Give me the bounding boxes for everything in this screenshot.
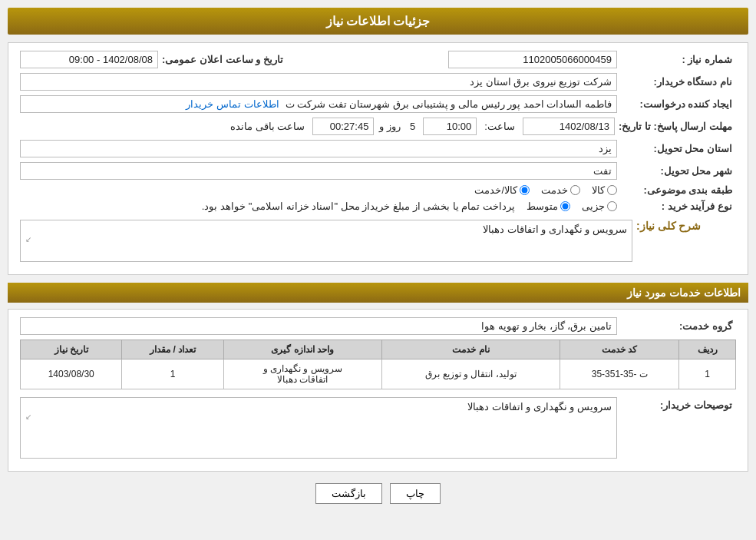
grohe-row: گروه خدمت: تامین برق، گاز، بخار و تهویه … — [20, 317, 736, 335]
cell-name: تولید، انتقال و توزیع برق — [381, 359, 560, 389]
resize-anchor: ↙ — [25, 235, 627, 243]
purchase-label: نوع فرآیند خرید : — [621, 200, 736, 212]
table-row: 1 ت -35-351-35 تولید، انتقال و توزیع برق… — [21, 359, 736, 389]
tosif-row: توصیحات خریدار: سرویس و نگهداری و اتفاقا… — [20, 397, 736, 459]
cell-unit: سرویس و نگهداری واتفاقات دهبالا — [223, 359, 381, 389]
purchase-jozii-item: جزیی — [582, 200, 617, 212]
sharh-container: سرویس و نگهداری و اتفاقات دهبالا ↙ — [20, 220, 632, 262]
tabaqe-row: طبقه بندی موضوعی: کالا خدمت کالا/خدمت — [20, 184, 736, 196]
purchase-motavasset-label: متوسط — [527, 200, 558, 212]
tabaqe-kala-khadamat-label: کالا/خدمت — [474, 184, 517, 196]
cell-radif: 1 — [679, 359, 736, 389]
sharh-row: شرح کلی نیاز: سرویس و نگهداری و اتفاقات … — [20, 220, 736, 262]
services-table: ردیف کد خدمت نام خدمت واحد اندازه گیری ت… — [20, 340, 736, 389]
ijad-text: فاطمه السادات احمد پور رئیس مالی و پشتیب… — [286, 98, 612, 110]
dastgah-label: نام دستگاه خریدار: — [621, 76, 736, 88]
mohlat-date: 1402/08/13 — [523, 118, 615, 135]
buttons-row: چاپ بازگشت — [8, 483, 748, 504]
ijad-value: فاطمه السادات احمد پور رئیس مالی و پشتیب… — [20, 95, 617, 113]
tabaqe-kala-khadamat-item: کالا/خدمت — [474, 184, 530, 196]
tosif-label: توصیحات خریدار: — [621, 397, 736, 411]
rooz-value: 5 — [406, 121, 419, 132]
col-name: نام خدمت — [381, 340, 560, 359]
purchase-jozii-radio[interactable] — [607, 201, 617, 211]
purchase-motavasset-item: متوسط — [527, 200, 570, 212]
tabaqe-kala-khadamat-radio[interactable] — [520, 185, 530, 195]
shahr-label: شهر محل تحویل: — [621, 165, 736, 177]
col-unit: واحد اندازه گیری — [223, 340, 381, 359]
page-title: جزئیات اطلاعات نیاز — [326, 15, 431, 28]
saat-remaining-label: ساعت باقی مانده — [226, 121, 309, 132]
tabaqe-khadamat-radio[interactable] — [570, 185, 580, 195]
mohlat-row: مهلت ارسال پاسخ: تا تاریخ: 1402/08/13 سا… — [20, 118, 736, 135]
back-button[interactable]: بازگشت — [315, 483, 382, 504]
cell-code: ت -35-351-35 — [560, 359, 679, 389]
tabaqe-khadamat-item: خدمت — [541, 184, 580, 196]
services-section-title: اطلاعات خدمات مورد نیاز — [8, 283, 748, 303]
shomara-tarikh-row: شماره نیاز : 1102005066000459 تاریخ و سا… — [20, 51, 736, 68]
dastgah-value: شرکت توزیع نیروی برق استان یزد — [20, 73, 617, 91]
ostan-label: استان محل تحویل: — [621, 143, 736, 154]
shomara-label: شماره نیاز : — [621, 54, 736, 65]
purchase-radios: جزیی متوسط پرداخت تمام یا بخشی از مبلغ خ… — [202, 200, 617, 212]
purchase-row: نوع فرآیند خرید : جزیی متوسط پرداخت تمام… — [20, 200, 736, 212]
cell-date: 1403/08/30 — [21, 359, 122, 389]
ostan-row: استان محل تحویل: یزد — [20, 140, 736, 157]
ijad-link[interactable]: اطلاعات تماس خریدار — [186, 98, 279, 110]
shahr-row: شهر محل تحویل: تفت — [20, 162, 736, 180]
shomara-value: 1102005066000459 — [448, 51, 617, 68]
col-radif: ردیف — [679, 340, 736, 359]
tabaqe-radios: کالا خدمت کالا/خدمت — [474, 184, 617, 196]
ijad-row: ایجاد کننده درخواست: فاطمه السادات احمد … — [20, 95, 736, 113]
tabaqe-kala-item: کالا — [592, 184, 617, 196]
purchase-jozii-label: جزیی — [582, 200, 605, 212]
sharh-value: سرویس و نگهداری و اتفاقات دهبالا — [483, 224, 627, 235]
mohlat-label: مهلت ارسال پاسخ: تا تاریخ: — [619, 121, 736, 132]
saat-value: 10:00 — [423, 118, 477, 135]
tosif-container: سرویس و نگهداری و اتفاقات دهبالا ↙ — [20, 397, 617, 459]
tosif-box: سرویس و نگهداری و اتفاقات دهبالا ↙ — [20, 397, 617, 459]
rooz-label: روز و — [378, 121, 402, 132]
shahr-value: تفت — [20, 162, 617, 180]
tosif-value: سرویس و نگهداری و اتفاقات دهبالا — [467, 401, 612, 412]
tarikh-value: 1402/08/08 - 09:00 — [20, 51, 158, 68]
col-count: تعداد / مقدار — [122, 340, 223, 359]
ijad-label: ایجاد کننده درخواست: — [621, 98, 736, 110]
resize-anchor-2: ↙ — [25, 412, 612, 421]
saat-remaining-value: 00:27:45 — [312, 118, 374, 135]
tabaqe-kala-label: کالا — [592, 184, 605, 196]
dastgah-row: نام دستگاه خریدار: شرکت توزیع نیروی برق … — [20, 73, 736, 91]
saat-label: ساعت: — [480, 121, 519, 132]
purchase-motavasset-radio[interactable] — [560, 201, 570, 211]
services-panel: گروه خدمت: تامین برق، گاز، بخار و تهویه … — [8, 309, 748, 472]
page-header: جزئیات اطلاعات نیاز — [8, 8, 748, 35]
purchase-desc: پرداخت تمام یا بخشی از مبلغ خریداز محل "… — [202, 200, 515, 212]
tabaqe-kala-radio[interactable] — [607, 185, 617, 195]
main-panel: شماره نیاز : 1102005066000459 تاریخ و سا… — [8, 42, 748, 275]
grohe-label: گروه خدمت: — [621, 320, 736, 332]
ostan-value: یزد — [20, 140, 617, 157]
sharh-section-title: شرح کلی نیاز: — [636, 220, 701, 232]
print-button[interactable]: چاپ — [390, 483, 441, 504]
page-wrapper: جزئیات اطلاعات نیاز شماره نیاز : 1102005… — [0, 0, 756, 540]
tabaqe-label: طبقه بندی موضوعی: — [621, 184, 736, 196]
tarikh-label: تاریخ و ساعت اعلان عمومی: — [162, 54, 287, 65]
cell-count: 1 — [122, 359, 223, 389]
table-header-row: ردیف کد خدمت نام خدمت واحد اندازه گیری ت… — [21, 340, 736, 359]
table-section: ردیف کد خدمت نام خدمت واحد اندازه گیری ت… — [20, 340, 736, 389]
tabaqe-khadamat-label: خدمت — [541, 184, 568, 196]
services-section: اطلاعات خدمات مورد نیاز گروه خدمت: تامین… — [8, 283, 748, 472]
grohe-value: تامین برق، گاز، بخار و تهویه هوا — [20, 317, 617, 335]
col-code: کد خدمت — [560, 340, 679, 359]
col-date: تاریخ نیاز — [21, 340, 122, 359]
sharh-desc-box: سرویس و نگهداری و اتفاقات دهبالا ↙ — [20, 220, 632, 262]
